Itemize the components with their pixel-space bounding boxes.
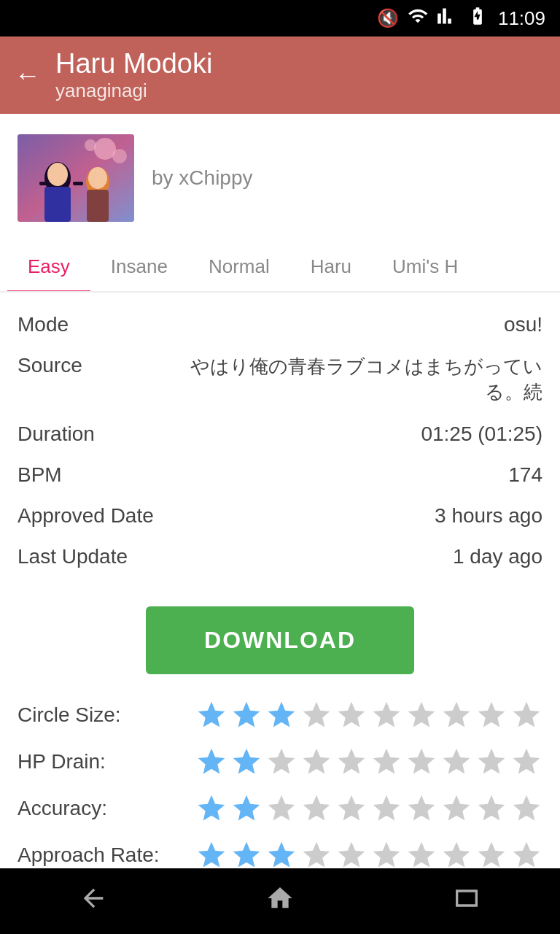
svg-rect-6 bbox=[44, 187, 71, 222]
star-0-0 bbox=[195, 699, 228, 731]
album-art bbox=[18, 134, 134, 222]
artist-row: by xChippy bbox=[0, 114, 560, 242]
rating-label-1: HP Drain: bbox=[18, 750, 106, 773]
status-bar: 🔇 11:09 bbox=[0, 0, 560, 36]
star-3-7 bbox=[440, 839, 472, 871]
rating-row-2: Accuracy: bbox=[18, 785, 542, 832]
star-3-5 bbox=[370, 839, 402, 871]
star-0-9 bbox=[510, 699, 542, 731]
info-value-3: 174 bbox=[508, 463, 542, 487]
svg-point-5 bbox=[47, 163, 68, 186]
star-0-8 bbox=[475, 699, 508, 731]
info-value-1: やはり俺の青春ラブコメはまちがっている。続 bbox=[163, 354, 542, 405]
info-value-2: 01:25 (01:25) bbox=[421, 422, 542, 446]
star-1-1 bbox=[230, 746, 262, 778]
star-1-9 bbox=[510, 746, 542, 778]
star-3-3 bbox=[300, 839, 332, 871]
page-subtitle: yanaginagi bbox=[55, 80, 212, 102]
star-3-4 bbox=[335, 839, 368, 871]
info-value-0: osu! bbox=[504, 313, 542, 336]
svg-rect-8 bbox=[73, 182, 83, 185]
rating-label-3: Approach Rate: bbox=[18, 844, 160, 867]
wifi-icon bbox=[408, 6, 428, 31]
svg-point-12 bbox=[94, 178, 101, 185]
info-row-4: Approved Date3 hours ago bbox=[18, 495, 542, 536]
info-label-0: Mode bbox=[18, 313, 69, 336]
star-2-8 bbox=[475, 792, 508, 825]
star-2-7 bbox=[440, 792, 472, 825]
star-2-2 bbox=[265, 792, 298, 825]
star-0-3 bbox=[300, 699, 332, 731]
info-label-4: Approved Date bbox=[18, 504, 154, 528]
star-3-2 bbox=[265, 839, 298, 871]
nav-home-button[interactable] bbox=[265, 884, 295, 919]
star-2-5 bbox=[370, 792, 402, 825]
star-0-2 bbox=[265, 699, 298, 731]
app-header: ← Haru Modoki yanaginagi bbox=[0, 36, 560, 114]
stars-1 bbox=[195, 746, 542, 778]
tab-haru[interactable]: Haru bbox=[290, 242, 372, 291]
stars-2 bbox=[195, 792, 542, 825]
info-section: Modeosu!Sourceやはり俺の青春ラブコメはまちがっている。続Durat… bbox=[0, 293, 560, 589]
main-content: by xChippy EasyInsaneNormalHaruUmi's H M… bbox=[0, 114, 560, 934]
star-2-4 bbox=[335, 792, 368, 825]
tab-insane[interactable]: Insane bbox=[90, 242, 188, 291]
star-1-5 bbox=[370, 746, 402, 778]
info-label-5: Last Update bbox=[18, 545, 128, 568]
star-3-0 bbox=[195, 839, 228, 871]
mute-icon: 🔇 bbox=[377, 8, 399, 28]
svg-rect-7 bbox=[39, 182, 50, 185]
star-3-8 bbox=[475, 839, 508, 871]
download-section: DOWNLOAD bbox=[0, 589, 560, 692]
info-row-2: Duration01:25 (01:25) bbox=[18, 414, 542, 455]
svg-point-3 bbox=[85, 139, 96, 151]
battery-icon bbox=[466, 6, 489, 31]
info-label-2: Duration bbox=[18, 422, 95, 446]
back-button[interactable]: ← bbox=[15, 60, 41, 90]
navigation-bar bbox=[0, 868, 560, 934]
star-1-2 bbox=[265, 746, 298, 778]
stars-0 bbox=[195, 699, 542, 731]
tab-easy[interactable]: Easy bbox=[7, 242, 90, 291]
star-1-6 bbox=[405, 746, 438, 778]
star-2-9 bbox=[510, 792, 542, 825]
star-3-9 bbox=[510, 839, 542, 871]
star-2-0 bbox=[195, 792, 228, 825]
svg-rect-0 bbox=[18, 134, 134, 222]
time-display: 11:09 bbox=[498, 7, 545, 30]
page-title: Haru Modoki bbox=[55, 48, 212, 80]
star-1-4 bbox=[335, 746, 368, 778]
star-0-7 bbox=[440, 699, 472, 731]
info-row-3: BPM174 bbox=[18, 455, 542, 495]
svg-rect-11 bbox=[87, 190, 109, 222]
star-2-6 bbox=[405, 792, 438, 825]
signal-icon bbox=[437, 6, 457, 31]
star-2-3 bbox=[300, 792, 332, 825]
star-2-1 bbox=[230, 792, 262, 825]
star-0-4 bbox=[335, 699, 368, 731]
stars-3 bbox=[195, 839, 542, 871]
tab-normal[interactable]: Normal bbox=[188, 242, 290, 291]
nav-recents-button[interactable] bbox=[452, 884, 481, 919]
artist-credit: by xChippy bbox=[152, 166, 253, 190]
rating-row-0: Circle Size: bbox=[18, 692, 542, 738]
star-3-6 bbox=[405, 839, 438, 871]
rating-label-0: Circle Size: bbox=[18, 703, 121, 727]
info-label-3: BPM bbox=[18, 463, 62, 487]
tab-umish[interactable]: Umi's H bbox=[372, 242, 478, 291]
info-row-1: Sourceやはり俺の青春ラブコメはまちがっている。続 bbox=[18, 345, 542, 414]
star-0-6 bbox=[405, 699, 438, 731]
rating-label-2: Accuracy: bbox=[18, 797, 107, 820]
difficulty-tabs[interactable]: EasyInsaneNormalHaruUmi's H bbox=[0, 242, 560, 293]
info-label-1: Source bbox=[18, 354, 82, 377]
star-1-8 bbox=[475, 746, 508, 778]
star-3-1 bbox=[230, 839, 262, 871]
star-1-0 bbox=[195, 746, 228, 778]
info-row-5: Last Update1 day ago bbox=[18, 536, 542, 577]
info-value-5: 1 day ago bbox=[453, 545, 542, 568]
rating-row-1: HP Drain: bbox=[18, 738, 542, 785]
nav-back-button[interactable] bbox=[79, 884, 108, 919]
download-button[interactable]: DOWNLOAD bbox=[146, 606, 414, 674]
star-0-5 bbox=[370, 699, 402, 731]
info-value-4: 3 hours ago bbox=[435, 504, 542, 528]
